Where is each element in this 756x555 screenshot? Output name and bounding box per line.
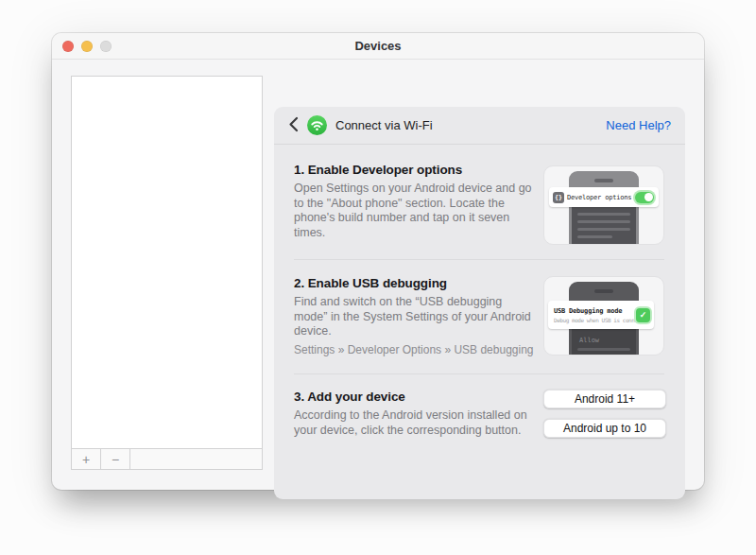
checkmark-icon: ✓ — [636, 308, 650, 322]
panel-header: Connect via Wi-Fi Need Help? — [274, 107, 685, 145]
step-description-line: times. — [294, 226, 541, 241]
device-list-sidebar: + − — [71, 76, 263, 470]
step-1: 1. Enable Developer options Open Setting… — [294, 163, 541, 240]
remove-device-button[interactable]: − — [101, 449, 130, 469]
phone-illustration — [569, 171, 639, 245]
step-description-line: mode” in the System Settings of your And… — [294, 310, 541, 325]
step-description-line: Find and switch on the “USB debugging — [294, 295, 541, 310]
screen-line — [577, 348, 630, 351]
android-11-plus-button[interactable]: Android 11+ — [543, 390, 666, 408]
settings-breadcrumb: Settings » Developer Options » USB debug… — [294, 343, 541, 356]
back-button[interactable] — [286, 116, 301, 135]
step-2: 2. Enable USB debugging Find and switch … — [294, 276, 541, 356]
wifi-icon — [307, 115, 327, 135]
need-help-link[interactable]: Need Help? — [606, 118, 671, 132]
devices-window: Devices + − — [52, 33, 704, 490]
screen-line — [577, 213, 630, 216]
step-1-heading: 1. Enable Developer options — [294, 163, 541, 177]
step-3-heading: 3. Add your device — [294, 390, 541, 404]
developer-options-icon: {} — [553, 192, 564, 203]
usb-debugging-text: USB Debugging mode Debug mode when USB i… — [554, 307, 636, 323]
usb-debugging-title: USB Debugging mode — [554, 307, 636, 315]
device-list[interactable] — [72, 77, 262, 448]
step-description-line: phone's build number and tap on it seven — [294, 211, 541, 226]
screen-line — [577, 228, 630, 231]
window-titlebar: Devices — [52, 33, 704, 60]
android-up-to-10-button[interactable]: Android up to 10 — [543, 419, 666, 438]
phone-speaker — [594, 179, 613, 182]
developer-options-banner: {} Developer options — [549, 187, 659, 207]
sidebar-toolbar: + − — [72, 448, 262, 469]
step-description-line: Open Settings on your Android device and… — [294, 182, 541, 197]
step-description-line: According to the Android version install… — [294, 408, 541, 424]
allow-label: Allow — [579, 337, 636, 344]
panel-content: 1. Enable Developer options Open Setting… — [274, 145, 685, 498]
window-body: + − — [52, 60, 704, 489]
desktop-background: Devices + − — [0, 0, 756, 555]
panel-title: Connect via Wi-Fi — [335, 118, 433, 132]
toggle-knob — [644, 193, 653, 201]
usb-debugging-banner: USB Debugging mode Debug mode when USB i… — [548, 301, 654, 329]
screen-line — [577, 235, 612, 238]
developer-options-label: Developer options — [567, 194, 632, 201]
connect-wifi-panel: Connect via Wi-Fi Need Help? 1. Enable D… — [274, 107, 685, 499]
step-2-illustration: Allow USB Debugging mode Debug mode when… — [543, 276, 664, 356]
toggle-on-icon — [635, 192, 654, 203]
step-divider — [294, 259, 664, 260]
phone-speaker — [594, 289, 613, 293]
step-divider — [294, 373, 664, 374]
usb-debugging-subtitle: Debug mode when USB is connected — [554, 317, 636, 323]
sidebar-toolbar-spacer — [130, 449, 262, 469]
step-description-line: to the "About phone" section. Locate the — [294, 197, 541, 212]
add-device-button[interactable]: + — [72, 449, 101, 469]
step-1-illustration: {} Developer options — [543, 165, 664, 245]
window-title: Devices — [52, 33, 704, 60]
chevron-left-icon — [288, 116, 299, 135]
screen-line — [577, 220, 630, 223]
step-3: 3. Add your device According to the Andr… — [294, 390, 541, 438]
step-description-line: device. — [294, 324, 541, 339]
step-2-heading: 2. Enable USB debugging — [294, 276, 541, 290]
step-description-line: your device, click the corresponding but… — [294, 424, 541, 439]
